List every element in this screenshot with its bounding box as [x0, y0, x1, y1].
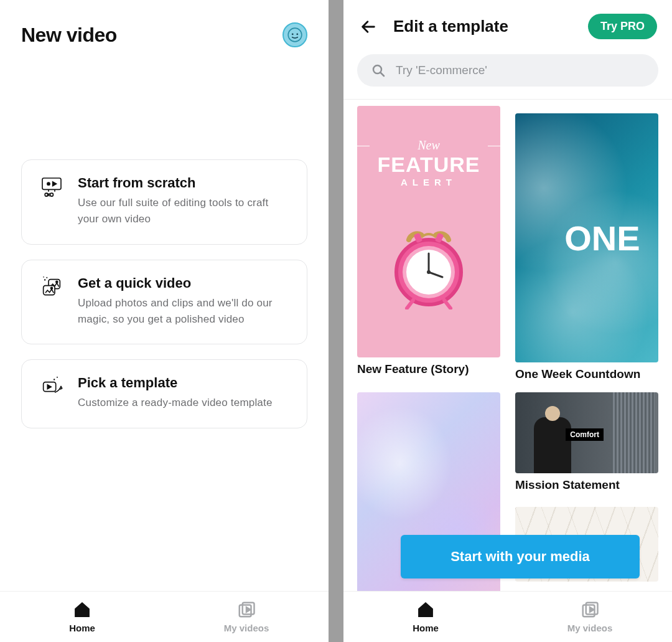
- smiley-icon: [287, 27, 303, 43]
- svg-marker-13: [47, 385, 51, 389]
- page-title-edit-template: Edit a template: [393, 17, 574, 36]
- nav-label: My videos: [224, 623, 269, 633]
- nav-label: Home: [413, 623, 439, 633]
- overlay-text: ONE: [564, 218, 640, 258]
- template-label: One Week Countdown: [515, 367, 658, 381]
- template-label: Mission Statement: [515, 478, 658, 492]
- svg-marker-5: [53, 182, 57, 186]
- nav-my-videos[interactable]: My videos: [164, 592, 329, 642]
- svg-point-0: [288, 28, 302, 42]
- pane-divider: [329, 0, 343, 642]
- option-subtitle: Upload photos and clips and we'll do our…: [78, 295, 291, 328]
- nav-my-videos[interactable]: My videos: [508, 592, 672, 642]
- template-thumb: ONE: [515, 113, 658, 362]
- videos-icon: [237, 600, 256, 621]
- overlay-text: New: [377, 138, 480, 153]
- start-with-media-button[interactable]: Start with your media: [401, 535, 640, 578]
- template-label: New Feature (Story): [357, 362, 500, 376]
- svg-point-2: [296, 34, 298, 35]
- page-title-new-video: New video: [21, 24, 117, 47]
- option-quick-video[interactable]: Get a quick video Upload photos and clip…: [21, 260, 307, 345]
- svg-marker-16: [246, 607, 250, 612]
- svg-point-4: [47, 182, 50, 185]
- home-icon: [73, 600, 91, 621]
- svg-rect-3: [42, 178, 61, 189]
- template-new-feature[interactable]: New FEATURE ALERT: [357, 106, 500, 381]
- bottom-nav-left: Home My videos: [0, 591, 329, 642]
- option-subtitle: Use our full suite of editing tools to c…: [78, 195, 291, 228]
- try-pro-button[interactable]: Try PRO: [588, 14, 657, 39]
- search-input[interactable]: [396, 64, 645, 77]
- overlay-text: FEATURE: [377, 153, 480, 177]
- template-icon: [38, 375, 65, 402]
- svg-marker-30: [590, 607, 594, 612]
- nav-label: My videos: [567, 623, 613, 633]
- svg-point-23: [427, 270, 431, 274]
- template-thumb: New FEATURE ALERT: [357, 106, 500, 357]
- search-bar[interactable]: [357, 54, 658, 87]
- bottom-nav-right: Home My videos: [343, 591, 672, 642]
- arrow-left-icon: [360, 18, 377, 35]
- avatar[interactable]: [282, 22, 307, 47]
- template-countdown[interactable]: ONE One Week Countdown: [515, 113, 658, 381]
- option-title: Get a quick video: [78, 275, 291, 291]
- overlay-tag: Comfort: [566, 428, 604, 441]
- option-subtitle: Customize a ready-made video template: [78, 395, 273, 411]
- clock-icon: [385, 204, 472, 312]
- template-thumb: Comfort: [515, 392, 658, 473]
- option-title: Pick a template: [78, 375, 273, 391]
- svg-rect-10: [44, 285, 55, 295]
- overlay-text: ALERT: [377, 177, 480, 187]
- home-icon: [416, 600, 435, 621]
- option-pick-template[interactable]: Pick a template Customize a ready-made v…: [21, 359, 307, 428]
- svg-line-27: [444, 300, 450, 308]
- svg-line-26: [407, 300, 413, 308]
- search-icon: [371, 63, 386, 78]
- nav-home[interactable]: Home: [343, 592, 508, 642]
- option-title: Start from scratch: [78, 175, 291, 191]
- scratch-icon: [38, 175, 65, 202]
- template-mission[interactable]: Comfort Mission Statement: [515, 392, 658, 492]
- edit-template-screen: Edit a template Try PRO New FEAT: [343, 0, 672, 642]
- videos-icon: [581, 600, 599, 621]
- nav-home[interactable]: Home: [0, 592, 164, 642]
- quick-video-icon: [38, 275, 65, 303]
- svg-point-11: [51, 287, 53, 289]
- svg-point-9: [56, 281, 58, 283]
- nav-label: Home: [69, 623, 95, 633]
- svg-point-7: [50, 193, 54, 196]
- back-button[interactable]: [357, 16, 380, 38]
- new-video-screen: New video: [0, 0, 329, 642]
- svg-point-1: [292, 34, 294, 35]
- option-start-from-scratch[interactable]: Start from scratch Use our full suite of…: [21, 159, 307, 245]
